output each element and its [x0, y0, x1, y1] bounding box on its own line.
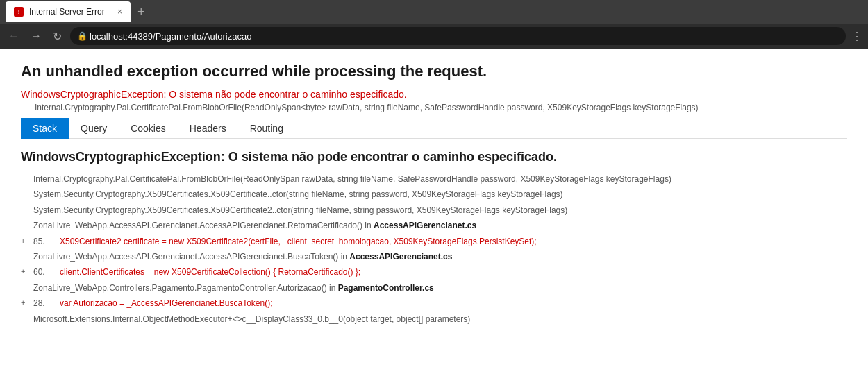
line-number: 28. — [33, 296, 54, 310]
stack-line-text: ZonaLivre_WebApp.AccessAPI.Gerencianet.A… — [33, 219, 476, 232]
line-number: 60. — [33, 265, 54, 279]
reload-button[interactable]: ↻ — [50, 28, 65, 44]
stack-trace: Internal.Cryptography.Pal.CertificatePal… — [21, 171, 847, 327]
stack-line: + 60. client.ClientCertificates = new X5… — [21, 264, 847, 280]
stack-line: ZonaLivre_WebApp.Controllers.Pagamento.P… — [21, 280, 847, 296]
expand-button[interactable]: + — [21, 296, 29, 309]
line-number: 85. — [33, 234, 54, 248]
tab-item-headers[interactable]: Headers — [178, 118, 238, 139]
stack-line: + 28. var Autorizacao = _AccessAPIGerenc… — [21, 296, 847, 311]
forward-button[interactable]: → — [28, 28, 44, 44]
stack-line-text: System.Security.Cryptography.X509Certifi… — [33, 203, 567, 217]
tab-close-button[interactable]: × — [117, 7, 122, 17]
stack-line: System.Security.Cryptography.X509Certifi… — [21, 203, 847, 218]
lock-icon: 🔒 — [77, 31, 87, 41]
stack-line-text: ZonaLivre_WebApp.Controllers.Pagamento.P… — [33, 281, 434, 295]
file-bold: AccessAPIGerencianet.cs — [349, 252, 452, 262]
tab-favicon: ! — [14, 7, 24, 17]
stack-line: ZonaLivre_WebApp.AccessAPI.Gerencianet.A… — [21, 249, 847, 264]
stack-line: ZonaLivre_WebApp.AccessAPI.Gerencianet.A… — [21, 218, 847, 233]
stack-line: Internal.Cryptography.Pal.CertificatePal… — [21, 171, 847, 187]
code-line: client.ClientCertificates = new X509Cert… — [60, 265, 360, 279]
stack-line: + 85. X509Certificate2 certificate = new… — [21, 234, 847, 249]
stack-line-text: Microsoft.Extensions.Internal.ObjectMeth… — [33, 312, 470, 326]
code-line: X509Certificate2 certificate = new X509C… — [60, 234, 537, 248]
back-button[interactable]: ← — [6, 28, 22, 44]
tab-item-query[interactable]: Query — [69, 118, 119, 139]
exception-link[interactable]: WindowsCryptographicException: O sistema… — [21, 89, 847, 100]
stack-line-text: Internal.Cryptography.Pal.CertificatePal… — [33, 172, 671, 186]
page-content: An unhandled exception occurred while pr… — [0, 49, 868, 341]
new-tab-button[interactable]: + — [133, 5, 149, 19]
file-bold: AccessAPIGerencianet.cs — [374, 221, 476, 230]
section-heading: WindowsCryptographicException: O sistema… — [21, 150, 847, 164]
browser-tab-active[interactable]: ! Internal Server Error × — [6, 1, 131, 22]
browser-menu-icon[interactable]: ⋮ — [851, 30, 862, 43]
code-line: var Autorizacao = _AccessAPIGerencianet.… — [60, 296, 273, 310]
tab-item-routing[interactable]: Routing — [238, 118, 295, 139]
address-bar-container: 🔒 — [70, 27, 846, 45]
address-bar-row: ← → ↻ 🔒 ⋮ — [0, 24, 868, 49]
tab-bar: ! Internal Server Error × + — [0, 0, 868, 24]
main-heading: An unhandled exception occurred while pr… — [21, 62, 847, 80]
tab-item-stack[interactable]: Stack — [21, 118, 69, 139]
browser-chrome: ! Internal Server Error × + ← → ↻ 🔒 ⋮ — [0, 0, 868, 49]
top-stack-frame: Internal.Cryptography.Pal.CertificatePal… — [35, 103, 847, 112]
expand-button[interactable]: + — [21, 234, 29, 248]
expand-button[interactable]: + — [21, 265, 29, 278]
stack-line: Microsoft.Extensions.Internal.ObjectMeth… — [21, 311, 847, 327]
tab-item-cookies[interactable]: Cookies — [119, 118, 178, 139]
stack-line: System.Security.Cryptography.X509Certifi… — [21, 187, 847, 202]
tabs-row: StackQueryCookiesHeadersRouting — [21, 118, 847, 139]
stack-line-text: ZonaLivre_WebApp.AccessAPI.Gerencianet.A… — [33, 250, 452, 264]
address-input[interactable] — [70, 27, 846, 45]
tab-title: Internal Server Error — [29, 7, 105, 17]
stack-line-text: System.Security.Cryptography.X509Certifi… — [33, 187, 563, 201]
file-bold: PagamentoController.cs — [338, 283, 434, 293]
